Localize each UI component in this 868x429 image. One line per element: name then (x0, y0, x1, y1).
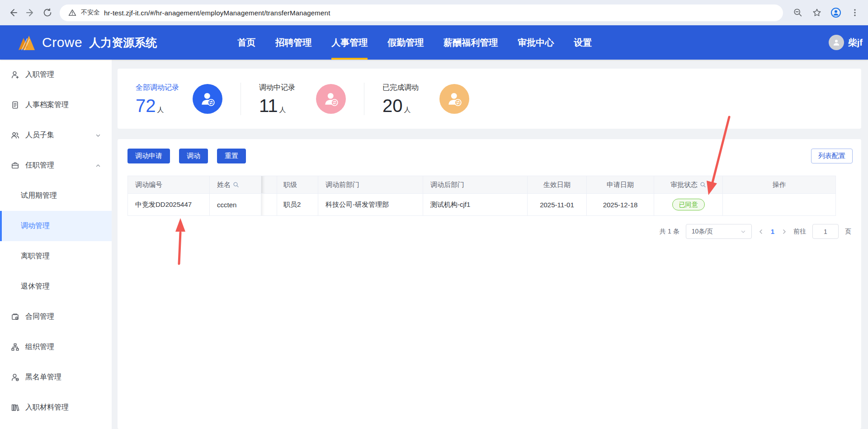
sidebar-subitem-resignation[interactable]: 离职管理 (0, 241, 112, 271)
not-secure-warning-icon (68, 8, 77, 17)
nav-item-home[interactable]: 首页 (237, 25, 255, 60)
status-badge: 已同意 (672, 199, 705, 211)
url-text: hr-test.zjf-it.cn/#/hr-anagement/employM… (104, 9, 330, 17)
reset-button[interactable]: 重置 (217, 149, 246, 163)
toolbar: 调动申请 调动 重置 (127, 149, 246, 163)
stat-unit: 人 (279, 106, 286, 113)
star-icon (812, 8, 822, 18)
sidebar-item-organization[interactable]: 组织管理 (0, 332, 112, 362)
col-approval-status: 审批状态 (654, 176, 723, 194)
sidebar-item-label: 合同管理 (25, 312, 54, 322)
user-icon (832, 38, 841, 47)
person-minus-icon (11, 373, 19, 382)
cell-rank: 职员2 (277, 194, 318, 216)
reload-icon (42, 8, 52, 18)
cell-approval-status: 已同意 (654, 194, 723, 216)
person-add-icon (11, 70, 19, 79)
nav-item-settings[interactable]: 设置 (574, 25, 592, 60)
document-icon (11, 101, 19, 109)
brand-name: Crowe (42, 35, 82, 50)
stat-all-transfers: 全部调动记录 72人 (118, 69, 241, 129)
nav-item-recruitment[interactable]: 招聘管理 (275, 25, 311, 60)
books-icon (11, 403, 19, 412)
chevron-right-icon (782, 228, 787, 235)
nav-item-compensation[interactable]: 薪酬福利管理 (443, 25, 498, 60)
page-size-select[interactable]: 10条/页 (686, 224, 752, 239)
cell-apply-date: 2025-12-18 (587, 194, 654, 216)
zoom-out-icon (793, 8, 803, 18)
col-transfer-id: 调动编号 (128, 176, 210, 194)
table-header-row: 调动编号 姓名 职级 调动前部门 调动后部门 生效日期 申请日期 审批状态 (128, 176, 836, 194)
cell-fixed-gap (261, 194, 277, 216)
stat-in-progress: 调动中记录 11人 (241, 69, 364, 129)
col-rank: 职级 (277, 176, 318, 194)
transfer-management-panel: 调动申请 调动 重置 列表配置 调动编号 姓名 职级 (118, 139, 861, 429)
sidebar-item-position-management[interactable]: 任职管理 (0, 150, 112, 181)
current-page[interactable]: 1 (770, 228, 775, 235)
zoom-out-indicator-button[interactable] (789, 4, 807, 21)
sidebar-item-onboarding-materials[interactable]: 入职材料管理 (0, 392, 112, 423)
nav-item-attendance[interactable]: 假勤管理 (387, 25, 424, 60)
stat-label: 全部调动记录 (136, 83, 179, 93)
col-dept-before: 调动前部门 (318, 176, 423, 194)
sidebar-item-onboarding[interactable]: 入职管理 (0, 60, 112, 90)
chevron-left-icon (758, 228, 764, 235)
bookmark-button[interactable] (808, 4, 826, 21)
sidebar-item-personnel-files[interactable]: 人事档案管理 (0, 90, 112, 120)
nav-item-approval-center[interactable]: 审批中心 (518, 25, 554, 60)
browser-profile-button[interactable] (827, 4, 844, 21)
browser-menu-button[interactable] (846, 4, 863, 21)
crowe-logo-icon (17, 33, 36, 52)
sidebar: 入职管理 人事档案管理 人员子集 任职管理 试用期管理 调动管理 离职管理 退休… (0, 60, 112, 429)
transfer-apply-button[interactable]: 调动申请 (127, 149, 170, 163)
sidebar-subitem-transfer[interactable]: 调动管理 (0, 211, 112, 241)
briefcase-icon (11, 161, 19, 170)
user-menu[interactable]: 柴jf (829, 25, 863, 60)
stat-value: 20人 (382, 97, 419, 115)
chevron-up-icon (95, 163, 101, 168)
person-transfer-icon (316, 84, 346, 114)
forward-icon (25, 7, 36, 18)
address-bar[interactable]: 不安全 hr-test.zjf-it.cn/#/hr-anagement/emp… (60, 5, 783, 21)
sidebar-item-contract[interactable]: 合同管理 (0, 302, 112, 332)
browser-back-button[interactable] (5, 4, 22, 21)
sidebar-item-personnel-subset[interactable]: 人员子集 (0, 120, 112, 150)
stat-value: 11人 (259, 97, 295, 115)
cell-actions (723, 194, 836, 216)
browser-forward-button[interactable] (22, 4, 39, 21)
sidebar-item-label: 入职材料管理 (25, 403, 69, 412)
cell-dept-before: 科技公司-研发管理部 (318, 194, 423, 216)
prev-page-button[interactable] (758, 228, 764, 235)
table-row: 中竞发DD2025447 cccten 职员2 科技公司-研发管理部 测试机构-… (128, 194, 836, 216)
sidebar-item-label: 人事档案管理 (25, 100, 69, 110)
page-unit-label: 页 (845, 228, 851, 236)
sidebar-item-label: 黑名单管理 (25, 373, 61, 382)
goto-page-input[interactable] (812, 224, 839, 239)
people-icon (11, 131, 19, 140)
stat-label: 调动中记录 (259, 83, 295, 93)
sidebar-subitem-probation[interactable]: 试用期管理 (0, 181, 112, 211)
browser-toolbar: 不安全 hr-test.zjf-it.cn/#/hr-anagement/emp… (0, 0, 868, 25)
avatar (829, 35, 844, 50)
transfer-button[interactable]: 调动 (179, 149, 208, 163)
person-transfer-icon (193, 84, 222, 114)
goto-label: 前往 (793, 228, 806, 236)
chevron-down-icon (741, 229, 746, 234)
sidebar-item-label: 人员子集 (25, 131, 54, 140)
sidebar-subitem-retirement[interactable]: 退休管理 (0, 271, 112, 302)
pagination: 共 1 条 10条/页 1 前往 页 (660, 224, 851, 239)
app-logo: Crowe 人力资源系统 (17, 33, 157, 52)
cell-effective-date: 2025-11-01 (528, 194, 587, 216)
sidebar-item-blacklist[interactable]: 黑名单管理 (0, 362, 112, 392)
search-icon[interactable] (700, 182, 706, 188)
sidebar-item-label: 任职管理 (25, 161, 54, 170)
nav-item-personnel[interactable]: 人事管理 (331, 25, 368, 60)
list-config-button[interactable]: 列表配置 (811, 149, 853, 163)
cell-transfer-id: 中竞发DD2025447 (128, 194, 210, 216)
search-icon[interactable] (233, 182, 239, 188)
col-name: 姓名 (210, 176, 261, 194)
next-page-button[interactable] (782, 228, 787, 235)
sidebar-item-label: 入职管理 (25, 70, 54, 79)
browser-reload-button[interactable] (39, 4, 56, 21)
top-nav: 首页 招聘管理 人事管理 假勤管理 薪酬福利管理 审批中心 设置 (237, 25, 592, 60)
